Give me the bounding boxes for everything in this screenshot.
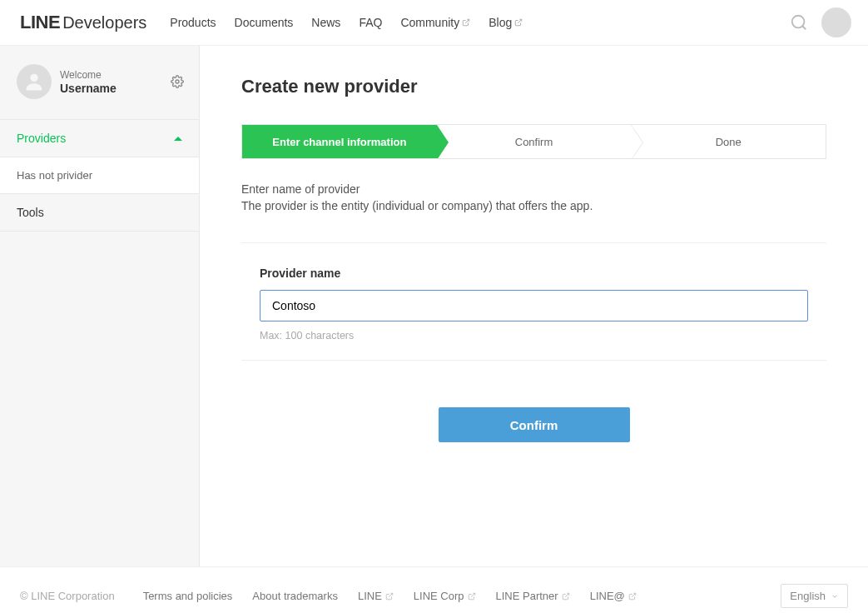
top-nav: Products Documents News FAQ Community Bl… — [170, 16, 523, 29]
user-avatar-sidebar — [17, 64, 52, 99]
footer-line-at[interactable]: LINE@ — [590, 590, 637, 602]
description-line-2: The provider is the entity (individual o… — [241, 199, 826, 212]
nav-documents[interactable]: Documents — [235, 16, 294, 29]
copyright: © LINE Corporation — [20, 590, 115, 602]
external-link-icon — [385, 592, 394, 601]
sidebar: Welcome Username Providers Has not privi… — [0, 46, 200, 566]
step-1: Enter channel information — [242, 125, 437, 158]
sidebar-item-providers[interactable]: Providers — [0, 120, 199, 157]
step-divider-icon — [631, 125, 642, 159]
caret-up-icon — [174, 137, 182, 141]
welcome-label: Welcome — [60, 69, 117, 81]
nav-products[interactable]: Products — [170, 16, 216, 29]
step-arrow-icon — [437, 125, 449, 159]
gear-icon[interactable] — [171, 75, 184, 88]
sidebar-item-tools[interactable]: Tools — [0, 194, 199, 232]
person-icon — [22, 70, 46, 93]
confirm-button[interactable]: Confirm — [439, 407, 630, 442]
svg-point-4 — [30, 74, 37, 82]
nav-blog-label: Blog — [489, 16, 512, 29]
header-right — [790, 7, 851, 37]
logo-sub: Developers — [62, 13, 146, 32]
search-icon[interactable] — [790, 13, 808, 32]
footer: © LINE Corporation Terms and policies Ab… — [0, 566, 868, 613]
svg-point-5 — [176, 80, 179, 83]
page-title: Create new provider — [241, 76, 826, 97]
svg-point-2 — [792, 16, 805, 28]
user-block: Welcome Username — [0, 46, 199, 120]
footer-line-label: LINE — [358, 590, 382, 602]
language-select[interactable]: English — [781, 584, 848, 608]
description-line-1: Enter name of provider — [241, 182, 826, 196]
external-link-icon — [468, 592, 476, 601]
footer-line-corp[interactable]: LINE Corp — [414, 590, 476, 602]
external-link-icon — [628, 592, 637, 601]
footer-line-corp-label: LINE Corp — [414, 590, 464, 602]
external-link-icon — [562, 592, 570, 601]
nav-faq[interactable]: FAQ — [359, 16, 382, 29]
username-label: Username — [60, 82, 117, 95]
external-link-icon — [462, 18, 470, 27]
footer-line-partner-label: LINE Partner — [496, 590, 558, 602]
footer-line[interactable]: LINE — [358, 590, 394, 602]
external-link-icon — [514, 18, 523, 27]
footer-line-partner[interactable]: LINE Partner — [496, 590, 570, 602]
svg-line-6 — [389, 593, 393, 597]
chevron-down-icon — [831, 592, 839, 601]
svg-line-9 — [632, 593, 636, 597]
form-section: Provider name Max: 100 characters — [241, 242, 826, 361]
header: LINE Developers Products Documents News … — [0, 0, 868, 46]
provider-name-input[interactable] — [260, 290, 808, 321]
footer-trademarks[interactable]: About trademarks — [252, 590, 338, 602]
language-label: English — [790, 590, 826, 602]
step-3: Done — [631, 125, 826, 158]
nav-community[interactable]: Community — [400, 16, 470, 29]
sidebar-providers-label: Providers — [17, 132, 66, 145]
sidebar-subitem-noprovider[interactable]: Has not privider — [0, 157, 199, 194]
nav-community-label: Community — [400, 16, 459, 29]
provider-name-label: Provider name — [260, 267, 808, 280]
footer-line-at-label: LINE@ — [590, 590, 625, 602]
footer-terms[interactable]: Terms and policies — [143, 590, 233, 602]
svg-line-1 — [518, 19, 522, 23]
nav-blog[interactable]: Blog — [489, 16, 523, 29]
nav-news[interactable]: News — [311, 16, 340, 29]
step-2: Confirm — [437, 125, 632, 158]
main-content: Create new provider Enter channel inform… — [200, 46, 868, 566]
svg-line-8 — [565, 593, 569, 597]
svg-line-0 — [465, 19, 469, 23]
progress-steps: Enter channel information Confirm Done — [241, 124, 826, 159]
user-info: Welcome Username — [60, 69, 117, 95]
user-avatar-header[interactable] — [821, 7, 851, 37]
field-hint: Max: 100 characters — [260, 330, 808, 341]
step-2-label: Confirm — [515, 136, 553, 148]
step-1-label: Enter channel information — [272, 136, 406, 148]
step-3-label: Done — [716, 136, 742, 148]
svg-line-3 — [802, 26, 806, 29]
svg-line-7 — [471, 593, 475, 597]
logo: LINE — [20, 12, 60, 33]
